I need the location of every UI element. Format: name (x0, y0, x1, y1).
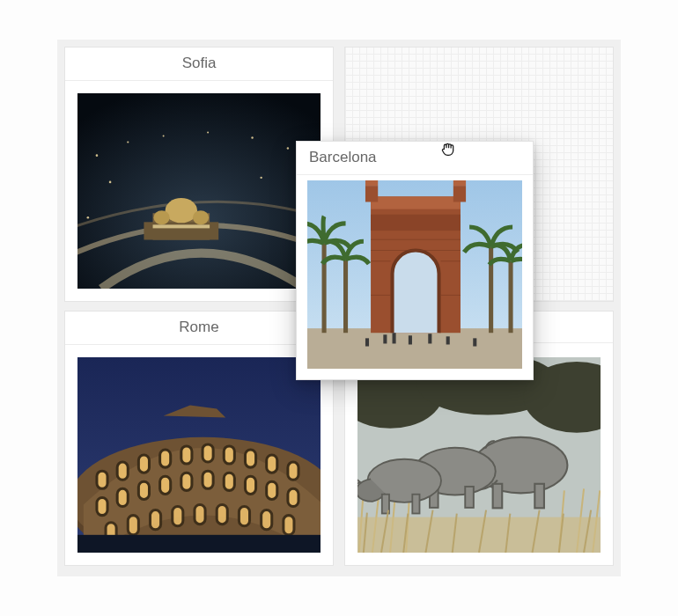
svg-rect-0 (77, 93, 321, 289)
svg-rect-45 (195, 505, 205, 524)
svg-rect-30 (288, 462, 298, 480)
svg-point-7 (96, 154, 99, 157)
svg-rect-22 (117, 462, 128, 480)
svg-point-10 (207, 131, 209, 133)
svg-rect-94 (365, 186, 378, 202)
svg-rect-26 (203, 444, 213, 462)
svg-rect-95 (453, 186, 466, 202)
svg-rect-65 (534, 484, 544, 509)
svg-rect-86 (307, 328, 522, 369)
svg-rect-104 (383, 334, 387, 343)
card-barcelona-dragging[interactable]: Barcelona (296, 141, 534, 380)
card-title: Barcelona (297, 142, 533, 175)
svg-rect-32 (117, 488, 128, 506)
svg-rect-93 (371, 215, 461, 231)
svg-rect-42 (128, 516, 138, 535)
svg-rect-92 (371, 196, 461, 209)
svg-point-14 (260, 177, 262, 179)
svg-rect-43 (151, 510, 161, 530)
svg-point-4 (154, 210, 170, 224)
svg-point-8 (127, 141, 129, 143)
svg-rect-27 (224, 446, 234, 464)
svg-point-12 (287, 147, 289, 149)
svg-rect-110 (473, 338, 476, 346)
svg-rect-37 (224, 473, 234, 490)
svg-rect-109 (365, 338, 369, 346)
svg-point-13 (109, 181, 112, 184)
svg-rect-69 (465, 487, 474, 508)
svg-rect-40 (288, 488, 298, 506)
svg-rect-48 (262, 510, 272, 530)
svg-rect-25 (181, 446, 192, 464)
svg-rect-44 (173, 507, 183, 526)
svg-rect-108 (446, 336, 450, 344)
svg-rect-38 (245, 476, 255, 494)
svg-rect-23 (138, 455, 149, 473)
svg-rect-21 (97, 471, 107, 488)
card-rome[interactable]: Rome (64, 311, 334, 566)
card-image (357, 357, 601, 553)
svg-rect-33 (138, 481, 149, 499)
svg-rect-107 (428, 334, 431, 343)
svg-rect-96 (365, 180, 378, 186)
svg-rect-34 (160, 476, 171, 494)
svg-point-5 (193, 210, 209, 224)
svg-rect-73 (412, 495, 419, 514)
svg-rect-28 (245, 450, 255, 467)
svg-rect-35 (181, 473, 192, 490)
card-title: Sofia (65, 48, 333, 81)
svg-rect-50 (77, 535, 321, 553)
svg-rect-106 (409, 335, 412, 344)
svg-rect-36 (203, 471, 213, 488)
svg-rect-97 (453, 180, 466, 186)
card-title: Rome (65, 312, 333, 345)
svg-rect-47 (239, 507, 249, 526)
svg-point-16 (87, 216, 90, 219)
card-sofia[interactable]: Sofia (64, 47, 334, 302)
card-image (77, 357, 321, 553)
svg-rect-46 (217, 505, 227, 524)
svg-rect-39 (267, 481, 277, 499)
svg-rect-105 (393, 333, 396, 343)
card-image (307, 180, 522, 369)
svg-rect-49 (284, 516, 294, 535)
svg-rect-64 (493, 484, 503, 509)
svg-rect-2 (144, 222, 218, 239)
svg-point-9 (163, 135, 165, 136)
svg-rect-6 (153, 224, 210, 228)
svg-rect-24 (160, 450, 171, 467)
svg-point-3 (166, 198, 197, 223)
card-image (77, 93, 321, 289)
svg-rect-31 (97, 497, 107, 515)
svg-rect-29 (267, 455, 277, 473)
svg-point-11 (251, 136, 253, 138)
